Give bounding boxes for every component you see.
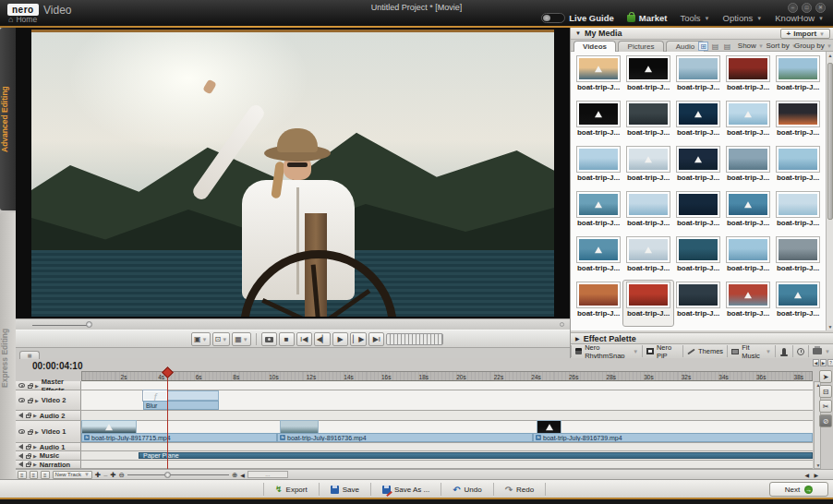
media-item[interactable]: boat-trip-J... [723, 54, 773, 100]
media-item[interactable]: boat-trip-J... [673, 190, 723, 235]
expand-track-icon[interactable]: ▶ [35, 383, 39, 389]
media-item[interactable]: boat-trip-J... [573, 54, 623, 100]
tab-express-editing[interactable]: Express Editing [0, 212, 16, 504]
media-item[interactable]: boat-trip-J... [723, 235, 773, 281]
media-scrollbar[interactable]: ▲ ▼ [826, 52, 833, 330]
media-item[interactable]: boat-trip-J... [673, 281, 723, 326]
zoom-slider-knob[interactable] [164, 472, 171, 478]
minimize-button[interactable]: – [788, 3, 798, 13]
prev-frame-button[interactable]: ◀▏ [314, 332, 331, 346]
lock-icon[interactable] [26, 414, 30, 418]
media-item[interactable]: boat-trip-J... [773, 281, 823, 326]
video-clip[interactable]: fxboat-trip-July-8916736.mp4 [277, 421, 533, 442]
media-item[interactable]: boat-trip-J... [723, 145, 773, 190]
scroll-up-icon[interactable]: ▲ [827, 53, 833, 58]
tools-menu[interactable]: Tools▼ [680, 13, 709, 23]
eye-icon[interactable] [18, 429, 25, 434]
jump-start-button[interactable]: I◀ [296, 332, 312, 346]
scroll-down-icon[interactable]: ▼ [815, 462, 822, 468]
maximize-button[interactable]: □ [802, 3, 812, 13]
next-frame-button[interactable]: ▏▶ [350, 332, 367, 346]
tab-videos[interactable]: Videos [573, 41, 616, 52]
media-item[interactable]: boat-trip-J... [773, 190, 823, 235]
jog-shuttle[interactable] [386, 333, 443, 345]
track-content[interactable]: fxboat-trip-July-8917715.mp4fxboat-trip-… [81, 421, 813, 442]
redo-button[interactable]: ↷Redo [494, 482, 546, 497]
play-button[interactable]: ▶ [332, 332, 348, 346]
media-panel-header[interactable]: ▼ My Media +Import▼ [571, 28, 833, 40]
scroll-right-icon[interactable]: ▶ [814, 472, 818, 478]
scroll-down-icon[interactable]: ▼ [827, 324, 833, 330]
snapshot-button[interactable] [261, 332, 277, 346]
media-item[interactable]: boat-trip-J... [723, 100, 773, 145]
list-view-icon[interactable]: ▤ [710, 42, 720, 51]
expand-track-icon[interactable]: ▶ [35, 429, 39, 435]
media-item[interactable]: boat-trip-J... [623, 145, 673, 190]
media-item[interactable]: boat-trip-J... [673, 235, 723, 281]
tab-pictures[interactable]: Pictures [618, 41, 664, 52]
expand-track-icon[interactable]: ▶ [33, 453, 37, 459]
lock-icon[interactable] [26, 446, 30, 450]
record-narration-button[interactable] [775, 345, 792, 357]
track-height-medium-button[interactable]: ≡ [30, 471, 39, 479]
tab-advanced-editing[interactable]: Advanced Editing [0, 28, 16, 210]
help-button[interactable]: ? [827, 359, 833, 366]
media-item[interactable]: boat-trip-J... [773, 100, 823, 145]
track-header[interactable]: ▶Video 1 [16, 421, 81, 442]
expand-track-icon[interactable]: ▶ [33, 444, 37, 450]
nav-left-button[interactable]: ◀ [813, 359, 819, 366]
stop-button[interactable]: ■ [279, 332, 295, 346]
track-content[interactable] [81, 381, 813, 390]
scroll-left-icon[interactable]: ◀ [240, 472, 245, 478]
import-button[interactable]: +Import▼ [780, 29, 830, 39]
speaker-icon[interactable] [18, 453, 23, 459]
next-button[interactable]: Next→ [769, 482, 828, 497]
zoom-in-icon[interactable]: ⊕ [232, 471, 237, 479]
media-item[interactable]: boat-trip-J... [573, 235, 623, 281]
speaker-icon[interactable] [18, 444, 23, 450]
track-header[interactable]: ▶Music [16, 451, 81, 460]
lock-icon[interactable] [26, 455, 30, 459]
track-height-large-button[interactable]: ≡ [41, 471, 50, 479]
timeline-zoom-slider[interactable] [127, 474, 229, 475]
track-header[interactable]: ▶Narration [16, 461, 81, 468]
save-as-button[interactable]: Save As ... [371, 482, 441, 497]
expand-track-icon[interactable]: ▶ [33, 413, 37, 418]
media-item[interactable]: boat-trip-J... [623, 54, 673, 100]
groupby-dropdown[interactable]: Group by ▼ [794, 42, 832, 50]
show-dropdown[interactable]: Show ▼ [738, 42, 764, 50]
themes-button[interactable]: Themes [682, 345, 727, 357]
media-item[interactable]: boat-trip-J... [573, 100, 623, 145]
duration-button[interactable] [792, 345, 808, 357]
fullscreen-button[interactable]: ⊡▼ [212, 332, 231, 346]
fit-music-button[interactable]: Fit Music▼ [727, 345, 775, 357]
sortby-dropdown[interactable]: Sort by ▼ [766, 42, 797, 50]
video-clip[interactable]: fxboat-trip-July-8917715.mp4 [81, 421, 277, 442]
music-clip[interactable]: Paper Plane [139, 452, 813, 459]
media-item[interactable]: boat-trip-J... [573, 190, 623, 235]
zoom-reset-icon[interactable] [560, 322, 564, 327]
media-scrollbar-thumb[interactable] [827, 63, 833, 220]
home-button[interactable]: ⌂Home [8, 15, 37, 24]
media-item[interactable]: boat-trip-J... [573, 145, 623, 190]
undo-button[interactable]: ↶Undo [441, 482, 493, 497]
expand-track-icon[interactable]: ▶ [35, 398, 39, 403]
track-header[interactable]: ▶Video 2 [16, 390, 81, 410]
track-height-small-button[interactable]: ≡ [18, 471, 27, 479]
effect-clip[interactable]: ƒBlur [143, 390, 219, 410]
keyframe-prev-icon[interactable]: ✚ [95, 471, 101, 479]
lock-icon[interactable] [28, 400, 32, 403]
speaker-icon[interactable] [18, 413, 23, 418]
track-header[interactable]: ▶Audio 2 [16, 411, 81, 420]
track-header[interactable]: ▶Master Effects [16, 381, 81, 390]
media-item[interactable]: boat-trip-J... [623, 235, 673, 281]
track-header[interactable]: ▶Audio 1 [16, 443, 81, 450]
track-content[interactable] [81, 443, 813, 450]
timeline-tab[interactable]: ▩ [19, 351, 40, 359]
media-item[interactable]: boat-trip-J... [573, 281, 623, 326]
output-button[interactable]: ▼ [808, 345, 833, 357]
media-item[interactable]: boat-trip-J... [673, 100, 723, 145]
display-mode-button[interactable]: ▣▼ [191, 332, 211, 346]
track-content[interactable] [81, 411, 813, 420]
detail-view-icon[interactable]: ▤ [722, 42, 732, 51]
